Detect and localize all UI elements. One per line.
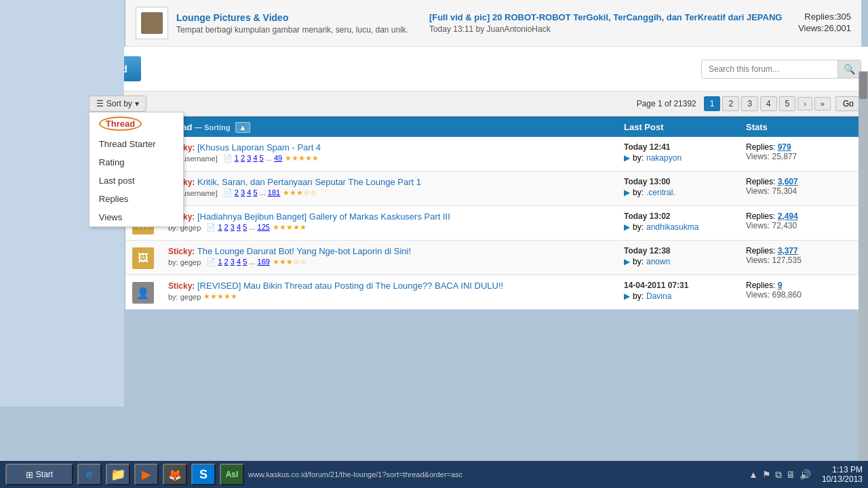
status-url: www.kaskus.co.id/forum/21/the-lounge/1?s… bbox=[248, 470, 738, 479]
replies-link[interactable]: 3,607 bbox=[778, 177, 798, 186]
page-link[interactable]: 2 bbox=[241, 154, 245, 162]
skype-button[interactable]: S bbox=[191, 464, 216, 485]
window-icon[interactable]: ⧉ bbox=[775, 469, 782, 481]
replies-link[interactable]: 2,494 bbox=[778, 211, 798, 221]
page-link[interactable]: 1 bbox=[218, 223, 222, 231]
last-post-by-row: ▶ by: nakapyon bbox=[624, 153, 746, 163]
page-link[interactable]: 2 bbox=[224, 223, 229, 231]
folder-button[interactable]: 📁 bbox=[106, 464, 130, 485]
ie-button[interactable]: e bbox=[77, 464, 102, 485]
replies-label: Replies: bbox=[746, 142, 778, 152]
sort-option-thread[interactable]: Thread bbox=[90, 113, 183, 135]
sort-option-last-post[interactable]: Last post bbox=[90, 171, 183, 190]
views-stat: Views: 698,860 bbox=[746, 290, 854, 300]
views-label: Views: bbox=[798, 23, 824, 33]
last-post-author-link[interactable]: .central. bbox=[646, 188, 675, 197]
views-count: 26,001 bbox=[824, 23, 851, 33]
stats-col: Replies: 9 Views: 698,860 bbox=[746, 281, 854, 300]
page-link[interactable]: 169 bbox=[258, 258, 270, 266]
forum-banner: Lounge Pictures & Video Tempat berbagi k… bbox=[125, 0, 861, 47]
app6-button[interactable]: Asl bbox=[220, 464, 244, 485]
scrollbar-thumb[interactable] bbox=[859, 72, 867, 99]
header-stats: Stats bbox=[746, 122, 854, 132]
thread-title-link[interactable]: [Hadiahnya Bejibun Banget] Gallery of Ma… bbox=[197, 211, 450, 222]
replies-stat: Replies: 979 bbox=[746, 142, 854, 152]
views-count: 25,877 bbox=[772, 152, 797, 161]
replies-link[interactable]: 3,377 bbox=[778, 246, 798, 256]
go-button[interactable]: Go bbox=[835, 96, 861, 111]
last-post-author-link[interactable]: nakapyon bbox=[646, 153, 682, 163]
page-link[interactable]: 3 bbox=[231, 223, 235, 231]
thread-title-link[interactable]: Kritik, Saran, dan Pertanyaan Seputar Th… bbox=[197, 177, 421, 187]
firefox-button[interactable]: 🦊 bbox=[163, 464, 187, 485]
thread-title-link[interactable]: [REVISED] Mau Bikin Thread atau Posting … bbox=[197, 281, 503, 291]
thread-title-link[interactable]: The Lounge Darurat Bot! Yang Nge-bot Lap… bbox=[197, 246, 411, 256]
page-link[interactable]: 2 bbox=[235, 188, 239, 197]
page-link[interactable]: 5 bbox=[243, 223, 247, 231]
page-next-button[interactable]: › bbox=[797, 97, 812, 110]
flag-icon[interactable]: ⚑ bbox=[762, 469, 771, 480]
page-button-2[interactable]: 2 bbox=[722, 96, 739, 111]
monitor-icon[interactable]: 🖥 bbox=[786, 469, 795, 480]
thread-title-link[interactable]: [Khusus Laporan Spam - Part 4 bbox=[197, 142, 321, 152]
page-link[interactable]: 181 bbox=[268, 188, 280, 197]
page-link[interactable]: 2 bbox=[224, 258, 229, 266]
search-input[interactable] bbox=[702, 61, 837, 77]
last-post-author-link[interactable]: anown bbox=[646, 257, 670, 266]
page-link[interactable]: 1 bbox=[235, 154, 239, 162]
arrow-up-icon[interactable]: ▲ bbox=[749, 469, 758, 480]
page-button-5[interactable]: 5 bbox=[779, 96, 796, 111]
page-button-3[interactable]: 3 bbox=[741, 96, 758, 111]
sort-ascending-button[interactable]: ▲ bbox=[235, 122, 251, 133]
last-post-author-link[interactable]: andhikasukma bbox=[646, 222, 698, 232]
page-icon: 📄 bbox=[206, 258, 216, 266]
last-post-author-link[interactable]: Davina bbox=[646, 291, 671, 301]
sort-option-views[interactable]: Views bbox=[90, 208, 183, 226]
page-link[interactable]: 125 bbox=[258, 223, 270, 231]
page-link[interactable]: 5 bbox=[253, 188, 257, 197]
play-icon: ▶ bbox=[624, 257, 630, 266]
thread-list-header: Thread — Sorting ▲ Last Post Stats bbox=[125, 117, 861, 137]
thread-info: Sticky: [Khusus Laporan Spam - Part 4 by… bbox=[163, 142, 624, 163]
scrollbar[interactable] bbox=[859, 71, 868, 478]
forum-icon bbox=[141, 12, 163, 34]
replies-link[interactable]: 979 bbox=[778, 142, 791, 152]
last-post-col: 14-04-2011 07:31 ▶ by: Davina bbox=[624, 281, 746, 301]
banner-stats: Replies:305 Views:26,001 bbox=[798, 12, 851, 35]
thread-icon: 👤 bbox=[132, 282, 154, 304]
replies-link[interactable]: 9 bbox=[778, 281, 783, 290]
sort-option-thread-starter[interactable]: Thread Starter bbox=[90, 135, 183, 153]
table-row: 🖼 Sticky: The Lounge Darurat Bot! Yang N… bbox=[125, 241, 861, 275]
sort-by-button[interactable]: ☰ Sort by ▾ bbox=[89, 96, 146, 112]
search-button[interactable]: 🔍 bbox=[837, 60, 861, 78]
thread-title-row: Sticky: [REVISED] Mau Bikin Thread atau … bbox=[168, 281, 618, 291]
media-button[interactable]: ▶ bbox=[134, 464, 159, 485]
page-link[interactable]: 3 bbox=[247, 154, 251, 162]
page-link[interactable]: 3 bbox=[241, 188, 245, 197]
sort-option-rating[interactable]: Rating bbox=[90, 153, 183, 171]
volume-icon[interactable]: 🔊 bbox=[800, 469, 811, 480]
views-count: 72,430 bbox=[772, 221, 797, 230]
sort-by-container: ☰ Sort by ▾ Thread Thread Starter Rating… bbox=[89, 96, 146, 112]
page-link[interactable]: 4 bbox=[237, 223, 241, 231]
thread-stars: ★★★☆☆ bbox=[283, 188, 317, 197]
page-button-4[interactable]: 4 bbox=[760, 96, 777, 111]
forum-title[interactable]: Lounge Pictures & Video bbox=[176, 12, 422, 23]
page-last-button[interactable]: » bbox=[814, 97, 831, 110]
sort-option-replies[interactable]: Replies bbox=[90, 190, 183, 208]
thread-list: 🖼 Sticky: [Khusus Laporan Spam - Part 4 … bbox=[125, 137, 861, 310]
page-link[interactable]: 5 bbox=[243, 258, 247, 266]
page-link[interactable]: 49 bbox=[274, 154, 282, 162]
page-link[interactable]: 4 bbox=[237, 258, 241, 266]
page-link[interactable]: 4 bbox=[247, 188, 251, 197]
page-link[interactable]: 1 bbox=[218, 258, 222, 266]
latest-post-title[interactable]: [Full vid & pic] 20 ROBOT-ROBOT TerGokil… bbox=[429, 12, 798, 22]
page-link[interactable]: 5 bbox=[260, 154, 264, 162]
page-button-1[interactable]: 1 bbox=[704, 96, 721, 111]
stats-col: Replies: 979 Views: 25,877 bbox=[746, 142, 854, 161]
replies-label: Replies: bbox=[804, 12, 836, 22]
page-link[interactable]: 4 bbox=[253, 154, 257, 162]
page-link[interactable]: 3 bbox=[231, 258, 235, 266]
start-button[interactable]: ⊞ Start bbox=[5, 464, 73, 485]
last-post-time: Today 13:02 bbox=[624, 211, 746, 221]
